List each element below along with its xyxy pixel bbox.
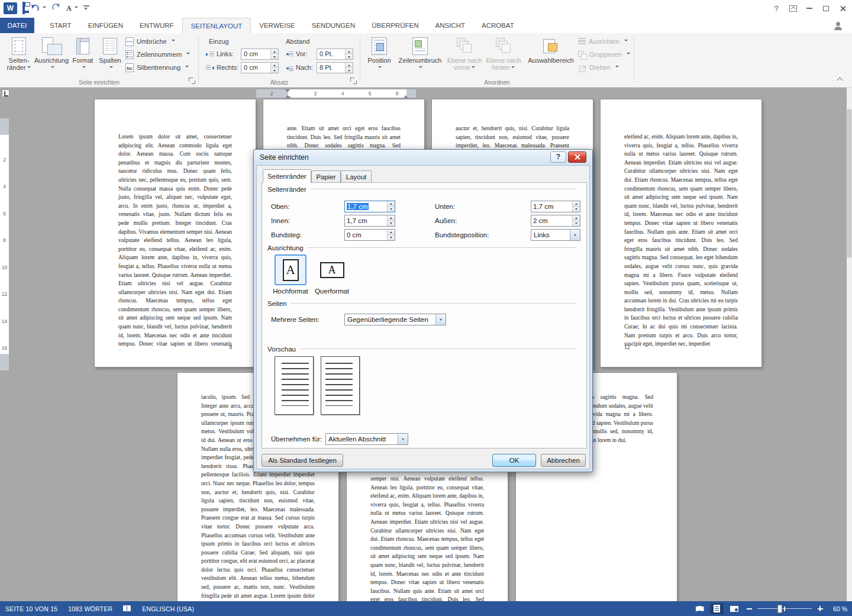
- ribbon: Seiten-ränder Ausrichtung Format Spalten…: [0, 33, 852, 88]
- spinner[interactable]: [270, 63, 278, 73]
- tab-datei[interactable]: DATEI: [0, 18, 34, 33]
- spacing-after-input[interactable]: 8 Pt.: [317, 62, 353, 73]
- dialog-title: Seite einrichten: [260, 153, 309, 162]
- redo-button[interactable]: [51, 3, 61, 14]
- indent-right-input[interactable]: 0 cm: [241, 62, 279, 73]
- dialog-titlebar[interactable]: Seite einrichten: [254, 150, 592, 165]
- spinner[interactable]: [572, 215, 580, 226]
- text-wrap-button[interactable]: Zeilenumbruch: [396, 34, 444, 76]
- save-button[interactable]: [22, 3, 25, 14]
- tab-ansicht[interactable]: ANSICHT: [427, 18, 473, 33]
- format-tool-button[interactable]: A: [66, 4, 78, 12]
- margin-bottom-input[interactable]: 1,7 cm: [531, 201, 580, 212]
- bring-forward-button[interactable]: Ebene nachvorne: [446, 34, 483, 76]
- gutter-position-dropdown[interactable]: Links: [531, 229, 580, 241]
- tab-ueberpruefen[interactable]: ÜBERPRÜFEN: [363, 18, 427, 33]
- tab-entwurf[interactable]: ENTWURF: [131, 18, 182, 33]
- position-button[interactable]: Position: [364, 34, 395, 76]
- spinner[interactable]: [270, 49, 278, 59]
- account-button[interactable]: [827, 19, 848, 33]
- align-icon: [578, 38, 586, 45]
- margin-inside-input[interactable]: 1,7 cm: [344, 215, 395, 227]
- group-objects-button[interactable]: Gruppieren: [578, 49, 630, 60]
- tab-seitenlayout[interactable]: SEITENLAYOUT: [182, 18, 251, 33]
- multiple-pages-dropdown[interactable]: Gegenüberliegende Seiten: [344, 314, 446, 325]
- left-indent-marker[interactable]: [286, 96, 291, 98]
- chevron-down-icon: [398, 434, 408, 444]
- help-button[interactable]: ?: [768, 1, 785, 15]
- spacing-before-input[interactable]: 0 Pt.: [317, 49, 353, 60]
- word-count[interactable]: 1083 WÖRTER: [68, 605, 112, 612]
- print-layout-button[interactable]: [710, 603, 724, 614]
- zoom-level[interactable]: 60 %: [828, 605, 847, 612]
- language-indicator[interactable]: ENGLISCH (USA): [142, 605, 194, 612]
- vertical-ruler[interactable]: 2 4 6 8 10 12 14 16: [0, 98, 9, 601]
- page-text[interactable]: eleifend ac, enim. Aliquam lorem ante, d…: [624, 133, 738, 350]
- proofing-icon[interactable]: [123, 605, 131, 612]
- paragraph-dialog-launcher[interactable]: [350, 78, 357, 84]
- columns-button[interactable]: Spalten: [96, 34, 124, 76]
- zoom-out-button[interactable]: [744, 604, 754, 614]
- page-text[interactable]: Lorem ipsum dolor sit amet, consectetuer…: [118, 133, 232, 350]
- word-app-icon[interactable]: W: [4, 2, 17, 14]
- spinner[interactable]: [345, 63, 353, 73]
- right-indent-marker[interactable]: [404, 93, 408, 98]
- minimize-button[interactable]: [801, 1, 818, 15]
- zoom-slider-thumb[interactable]: [777, 605, 782, 613]
- tab-einfuegen[interactable]: EINFÜGEN: [80, 18, 131, 33]
- margins-button[interactable]: Seiten-ränder: [5, 34, 33, 76]
- ribbon-display-options-button[interactable]: [785, 1, 801, 15]
- spinner[interactable]: [387, 230, 395, 240]
- zoom-in-button[interactable]: [815, 604, 825, 614]
- page-indicator[interactable]: SEITE 10 VON 15: [5, 605, 57, 612]
- gutter-input[interactable]: 0 cm: [344, 229, 395, 241]
- orientation-button[interactable]: Ausrichtung: [34, 34, 69, 76]
- document-page[interactable]: Lorem ipsum dolor sit amet, consectetuer…: [95, 99, 256, 367]
- spinner[interactable]: [387, 201, 395, 212]
- zoom-slider[interactable]: [757, 605, 812, 613]
- web-layout-button[interactable]: [727, 603, 741, 614]
- send-backward-button[interactable]: Ebene nachhinten: [485, 34, 522, 76]
- customize-qat-button[interactable]: [83, 5, 89, 11]
- collapse-ribbon-button[interactable]: [837, 77, 843, 82]
- scrollbar-thumb[interactable]: [847, 109, 851, 257]
- tab-sendungen[interactable]: SENDUNGEN: [304, 18, 363, 33]
- tab-verweise[interactable]: VERWEISE: [251, 18, 304, 33]
- close-button[interactable]: [834, 1, 851, 15]
- document-page[interactable]: eleifend ac, enim. Aliquam lorem ante, d…: [601, 99, 761, 367]
- ruler-number: 2: [314, 91, 317, 96]
- portrait-option[interactable]: A: [275, 254, 306, 285]
- selection-pane-button[interactable]: Auswahlbereich: [524, 34, 578, 76]
- tab-acrobat[interactable]: ACROBAT: [473, 18, 522, 33]
- align-button[interactable]: Ausrichten: [578, 36, 628, 47]
- dialog-tab-papier[interactable]: Papier: [311, 170, 341, 182]
- spinner[interactable]: [572, 201, 580, 212]
- indent-left-input[interactable]: 0 cm: [241, 49, 279, 60]
- ok-button[interactable]: OK: [492, 454, 536, 467]
- undo-button[interactable]: [30, 4, 46, 12]
- page-setup-dialog-launcher[interactable]: [189, 78, 195, 84]
- spinner[interactable]: [345, 49, 353, 59]
- cancel-button[interactable]: Abbrechen: [541, 454, 586, 467]
- size-button[interactable]: Format: [70, 34, 96, 76]
- margin-outside-input[interactable]: 2 cm: [531, 215, 580, 227]
- margin-top-input[interactable]: 1,7 cm: [344, 201, 395, 212]
- maximize-button[interactable]: [818, 1, 834, 15]
- rotate-button[interactable]: Drehen: [578, 62, 619, 73]
- apply-to-dropdown[interactable]: Aktuellen Abschnitt: [325, 433, 408, 445]
- tab-selector[interactable]: [2, 89, 9, 97]
- breaks-button[interactable]: Umbrüche: [125, 36, 175, 47]
- page-text[interactable]: semper nisi. Aenean vulputate eleifend t…: [370, 475, 484, 601]
- hyphenation-button[interactable]: bc Silbentrennung: [125, 62, 189, 73]
- dialog-close-button[interactable]: [568, 151, 586, 163]
- tab-start[interactable]: START: [41, 18, 80, 33]
- dialog-tab-layout[interactable]: Layout: [341, 170, 372, 182]
- read-mode-button[interactable]: [693, 603, 706, 614]
- dialog-tab-seitenraender[interactable]: Seitenränder: [263, 169, 311, 183]
- line-numbers-button[interactable]: Zeilennummern: [125, 49, 190, 60]
- horizontal-ruler[interactable]: 2 2 4 6 8: [256, 89, 416, 98]
- landscape-option[interactable]: A: [316, 254, 348, 285]
- set-default-button[interactable]: Als Standard festlegen: [262, 454, 343, 467]
- spinner[interactable]: [387, 215, 395, 226]
- dialog-help-button[interactable]: ?: [550, 151, 566, 163]
